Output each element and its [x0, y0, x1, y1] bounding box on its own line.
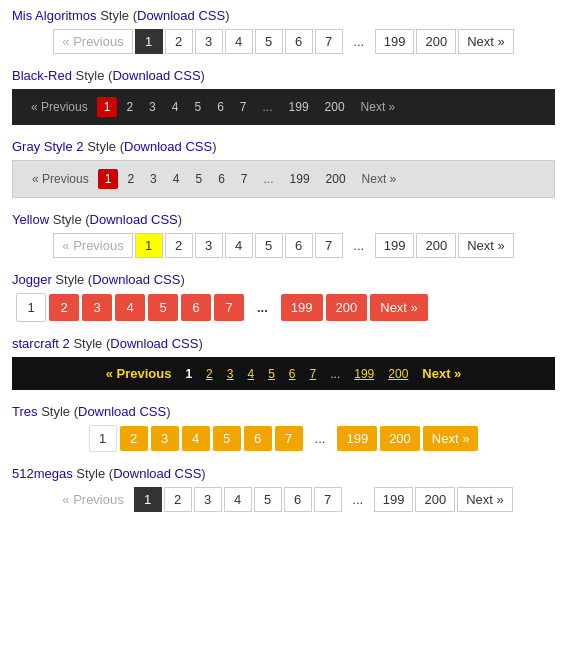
page-3[interactable]: 3	[82, 294, 112, 321]
page-200[interactable]: 200	[416, 233, 456, 258]
page-5[interactable]: 5	[255, 29, 283, 54]
page-200[interactable]: 200	[318, 97, 352, 117]
page-2[interactable]: 2	[49, 294, 79, 321]
page-4[interactable]: 4	[241, 364, 260, 384]
page-4[interactable]: 4	[165, 97, 186, 117]
page-1[interactable]: 1	[135, 29, 163, 54]
page-3[interactable]: 3	[142, 97, 163, 117]
page-6[interactable]: 6	[211, 169, 232, 189]
page-3[interactable]: 3	[194, 487, 222, 512]
page-7[interactable]: 7	[315, 233, 343, 258]
page-3[interactable]: 3	[195, 233, 223, 258]
download-css-link[interactable]: Download CSS	[112, 68, 200, 83]
page-7[interactable]: 7	[234, 169, 255, 189]
page-199[interactable]: 199	[281, 294, 323, 321]
next-button[interactable]: Next »	[354, 97, 403, 117]
page-3[interactable]: 3	[151, 426, 179, 451]
next-button[interactable]: Next »	[457, 487, 513, 512]
page-1[interactable]: 1	[16, 293, 46, 322]
page-1[interactable]: 1	[98, 169, 119, 189]
style-title-link[interactable]: starcraft 2	[12, 336, 70, 351]
page-5[interactable]: 5	[213, 426, 241, 451]
download-css-link[interactable]: Download CSS	[110, 336, 198, 351]
prev-button[interactable]: « Previous	[53, 233, 132, 258]
next-button[interactable]: Next »	[458, 29, 514, 54]
page-1[interactable]: 1	[89, 425, 117, 452]
page-6[interactable]: 6	[210, 97, 231, 117]
download-css-link[interactable]: Download CSS	[92, 272, 180, 287]
page-3[interactable]: 3	[221, 364, 240, 384]
page-2[interactable]: 2	[200, 364, 219, 384]
prev-button[interactable]: « Previous	[25, 169, 96, 189]
download-css-link[interactable]: Download CSS	[113, 466, 201, 481]
style-title-link[interactable]: Jogger	[12, 272, 52, 287]
prev-button[interactable]: « Previous	[24, 97, 95, 117]
page-5[interactable]: 5	[188, 169, 209, 189]
page-6[interactable]: 6	[285, 233, 313, 258]
page-200[interactable]: 200	[382, 364, 414, 384]
next-button[interactable]: Next »	[370, 294, 428, 321]
page-4[interactable]: 4	[225, 29, 253, 54]
page-199[interactable]: 199	[375, 29, 415, 54]
download-css-link[interactable]: Download CSS	[137, 8, 225, 23]
page-4[interactable]: 4	[224, 487, 252, 512]
page-6[interactable]: 6	[283, 364, 302, 384]
style-title-link[interactable]: Yellow	[12, 212, 49, 227]
download-css-link[interactable]: Download CSS	[78, 404, 166, 419]
page-3[interactable]: 3	[143, 169, 164, 189]
page-200[interactable]: 200	[416, 29, 456, 54]
page-200[interactable]: 200	[326, 294, 368, 321]
page-2[interactable]: 2	[165, 29, 193, 54]
style-title-link[interactable]: Mis Algoritmos	[12, 8, 97, 23]
page-199[interactable]: 199	[282, 97, 316, 117]
page-199[interactable]: 199	[348, 364, 380, 384]
page-2[interactable]: 2	[120, 169, 141, 189]
page-200[interactable]: 200	[319, 169, 353, 189]
page-1[interactable]: 1	[179, 364, 198, 384]
style-title-link[interactable]: Tres	[12, 404, 38, 419]
page-5[interactable]: 5	[148, 294, 178, 321]
page-5[interactable]: 5	[262, 364, 281, 384]
page-3[interactable]: 3	[195, 29, 223, 54]
page-200[interactable]: 200	[415, 487, 455, 512]
next-button[interactable]: Next »	[423, 426, 479, 451]
download-css-link[interactable]: Download CSS	[90, 212, 178, 227]
download-css-link[interactable]: Download CSS	[124, 139, 212, 154]
page-7[interactable]: 7	[315, 29, 343, 54]
page-4[interactable]: 4	[182, 426, 210, 451]
page-4[interactable]: 4	[225, 233, 253, 258]
page-7[interactable]: 7	[233, 97, 254, 117]
page-6[interactable]: 6	[244, 426, 272, 451]
page-7[interactable]: 7	[214, 294, 244, 321]
next-button[interactable]: Next »	[355, 169, 404, 189]
page-5[interactable]: 5	[255, 233, 283, 258]
page-200[interactable]: 200	[380, 426, 420, 451]
page-5[interactable]: 5	[187, 97, 208, 117]
page-199[interactable]: 199	[283, 169, 317, 189]
prev-button[interactable]: « Previous	[53, 29, 132, 54]
style-title-link[interactable]: Gray Style 2	[12, 139, 84, 154]
page-4[interactable]: 4	[115, 294, 145, 321]
page-5[interactable]: 5	[254, 487, 282, 512]
page-199[interactable]: 199	[374, 487, 414, 512]
page-7[interactable]: 7	[275, 426, 303, 451]
page-199[interactable]: 199	[375, 233, 415, 258]
page-6[interactable]: 6	[285, 29, 313, 54]
page-1[interactable]: 1	[97, 97, 118, 117]
page-1[interactable]: 1	[135, 233, 163, 258]
page-6[interactable]: 6	[181, 294, 211, 321]
prev-button[interactable]: « Previous	[54, 488, 131, 511]
prev-button[interactable]: « Previous	[100, 363, 178, 384]
page-4[interactable]: 4	[166, 169, 187, 189]
page-2[interactable]: 2	[120, 426, 148, 451]
next-button[interactable]: Next »	[458, 233, 514, 258]
page-2[interactable]: 2	[165, 233, 193, 258]
next-button[interactable]: Next »	[416, 363, 467, 384]
page-7[interactable]: 7	[314, 487, 342, 512]
style-title-link[interactable]: 512megas	[12, 466, 73, 481]
page-2[interactable]: 2	[164, 487, 192, 512]
page-7[interactable]: 7	[304, 364, 323, 384]
page-1[interactable]: 1	[134, 487, 162, 512]
page-199[interactable]: 199	[337, 426, 377, 451]
page-6[interactable]: 6	[284, 487, 312, 512]
